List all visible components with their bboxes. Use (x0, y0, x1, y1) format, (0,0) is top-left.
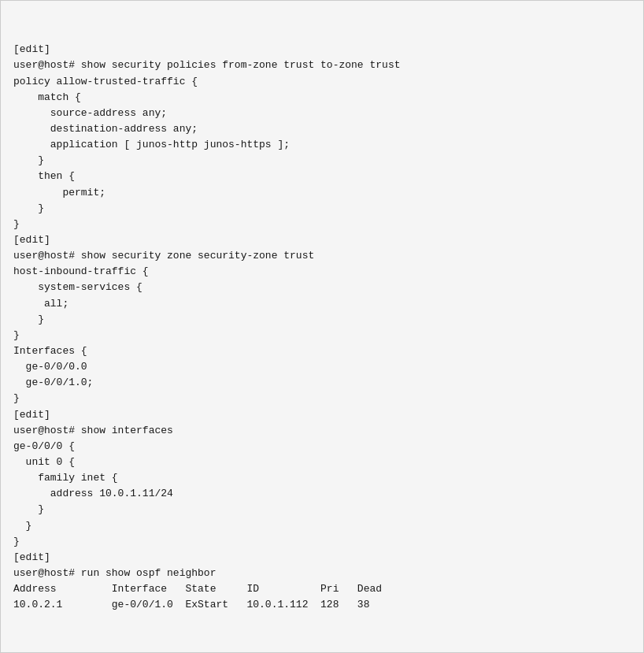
terminal-line: user@host# show interfaces (13, 423, 631, 439)
terminal-line: source-address any; (13, 106, 631, 121)
terminal-line: } (13, 217, 631, 232)
terminal-line: user@host# run show ospf neighbor (13, 566, 631, 581)
terminal-line: } (13, 328, 631, 343)
terminal-line: ge-0/0/0.0 (13, 359, 631, 375)
terminal-line: } (13, 518, 631, 534)
terminal-line: } (13, 201, 631, 217)
terminal-line: } (13, 502, 631, 518)
terminal-line: match { (13, 90, 631, 106)
terminal-line: 10.0.2.1 ge-0/0/1.0 ExStart 10.0.1.112 1… (13, 597, 631, 613)
terminal-content: [edit]user@host# show security policies … (13, 42, 631, 613)
terminal-line: host-inbound-traffic { (13, 264, 631, 280)
terminal-line: all; (13, 296, 631, 312)
terminal-window: [edit]user@host# show security policies … (0, 0, 644, 653)
terminal-line: ge-0/0/0 { (13, 439, 631, 455)
terminal-line: [edit] (13, 42, 631, 58)
terminal-line: destination-address any; (13, 121, 631, 137)
terminal-line: user@host# show security policies from-z… (13, 58, 631, 73)
terminal-line: ge-0/0/1.0; (13, 375, 631, 391)
terminal-line: user@host# show security zone security-z… (13, 248, 631, 264)
terminal-line: application [ junos-http junos-https ]; (13, 137, 631, 153)
terminal-line: } (13, 312, 631, 328)
terminal-line: unit 0 { (13, 455, 631, 470)
terminal-line: [edit] (13, 232, 631, 248)
terminal-line: } (13, 153, 631, 169)
terminal-line: then { (13, 169, 631, 184)
terminal-line: policy allow-trusted-traffic { (13, 74, 631, 90)
terminal-line: permit; (13, 185, 631, 201)
terminal-line: Address Interface State ID Pri Dead (13, 581, 631, 597)
terminal-line: } (13, 534, 631, 550)
terminal-line: address 10.0.1.11/24 (13, 486, 631, 502)
terminal-line: } (13, 391, 631, 406)
terminal-line: [edit] (13, 550, 631, 566)
terminal-line: [edit] (13, 407, 631, 423)
terminal-line: family inet { (13, 470, 631, 486)
terminal-line: system-services { (13, 280, 631, 295)
terminal-line: Interfaces { (13, 343, 631, 359)
